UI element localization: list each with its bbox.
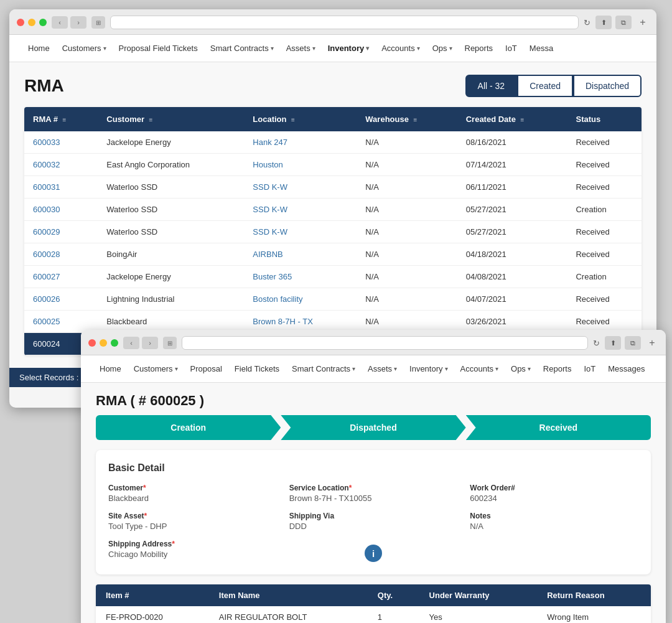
table-cell[interactable]: SSD K-W bbox=[244, 176, 357, 199]
table-cell[interactable]: 600026 bbox=[24, 288, 98, 311]
nav2-messages[interactable]: Messages bbox=[602, 362, 651, 376]
table-row[interactable]: 600030Waterloo SSDSSD K-WN/A05/27/2021Cr… bbox=[24, 199, 642, 221]
col-rma-num[interactable]: RMA # ≡ bbox=[24, 107, 98, 131]
nav-inventory[interactable]: Inventory ▾ bbox=[322, 41, 376, 55]
share-button[interactable]: ⬆ bbox=[595, 16, 612, 29]
nav-accounts[interactable]: Accounts ▾ bbox=[375, 41, 426, 55]
table-row[interactable]: 600032East Anglo CorporationHoustonN/A07… bbox=[24, 154, 642, 176]
table-row[interactable]: 600033Jackelope EnergyHank 247N/A08/16/2… bbox=[24, 131, 642, 154]
nav-messages[interactable]: Messa bbox=[523, 41, 559, 55]
new-tab-button[interactable]: + bbox=[637, 16, 649, 29]
copy-button[interactable]: ⧉ bbox=[615, 16, 632, 29]
refresh-button[interactable]: ↻ bbox=[584, 18, 590, 27]
traffic-lights-1 bbox=[17, 19, 47, 26]
nav2-iot[interactable]: IoT bbox=[577, 362, 602, 376]
field-shipping-address: Shipping Address* Chicago Mobility bbox=[108, 540, 277, 562]
filter-created-button[interactable]: Created bbox=[517, 75, 573, 97]
forward-button-2[interactable]: › bbox=[142, 337, 158, 349]
address-bar-2[interactable] bbox=[182, 336, 588, 350]
back-button[interactable]: ‹ bbox=[52, 16, 68, 29]
nav2-home[interactable]: Home bbox=[93, 362, 128, 376]
pipeline-dispatched[interactable]: Dispatched bbox=[281, 415, 465, 440]
forward-button[interactable]: › bbox=[70, 16, 86, 29]
nav2-ops[interactable]: Ops ▾ bbox=[505, 362, 537, 376]
app-navigation-1: Home Customers ▾ Proposal Field Tickets … bbox=[9, 35, 656, 62]
pipeline-creation[interactable]: Creation bbox=[96, 415, 281, 440]
table-cell[interactable]: Buster 365 bbox=[244, 266, 357, 288]
new-tab-button-2[interactable]: + bbox=[646, 337, 658, 349]
field-shipping-via-value: DDD bbox=[289, 522, 307, 531]
minimize-icon[interactable] bbox=[28, 19, 35, 26]
address-bar[interactable] bbox=[110, 16, 579, 29]
table-cell[interactable]: 600033 bbox=[24, 131, 98, 154]
close-icon-2[interactable] bbox=[88, 339, 96, 347]
table-cell[interactable]: Boston facility bbox=[244, 288, 357, 311]
table-cell[interactable]: Houston bbox=[244, 154, 357, 176]
nav2-customers[interactable]: Customers ▾ bbox=[128, 362, 184, 376]
sidebar-toggle-button[interactable]: ⊞ bbox=[91, 16, 105, 29]
table-cell[interactable]: 600029 bbox=[24, 221, 98, 243]
field-customer-value: Blackbeard bbox=[108, 494, 149, 503]
col-warehouse[interactable]: Warehouse ≡ bbox=[357, 107, 457, 131]
back-button-2[interactable]: ‹ bbox=[123, 337, 139, 349]
share-button-2[interactable]: ⬆ bbox=[605, 336, 621, 350]
nav-reports[interactable]: Reports bbox=[459, 41, 500, 55]
nav-iot[interactable]: IoT bbox=[499, 41, 523, 55]
pipeline-received[interactable]: Received bbox=[466, 415, 651, 440]
table-cell: East Anglo Corporation bbox=[98, 154, 244, 176]
ops-arrow: ▾ bbox=[449, 45, 452, 52]
table-cell[interactable]: Hank 247 bbox=[244, 131, 357, 154]
nav-assets[interactable]: Assets ▾ bbox=[280, 41, 322, 55]
table-cell[interactable]: 600028 bbox=[24, 243, 98, 266]
field-notes-label: Notes bbox=[470, 512, 638, 520]
table-cell: BoingAir bbox=[98, 243, 244, 266]
nav2-field-tickets[interactable]: Field Tickets bbox=[228, 362, 286, 376]
col-location[interactable]: Location ≡ bbox=[244, 107, 357, 131]
col-customer[interactable]: Customer ≡ bbox=[98, 107, 244, 131]
table-cell[interactable]: 600031 bbox=[24, 176, 98, 199]
table-cell[interactable]: 600032 bbox=[24, 154, 98, 176]
maximize-icon[interactable] bbox=[39, 19, 47, 26]
nav-customers[interactable]: Customers ▾ bbox=[56, 41, 113, 55]
table-cell[interactable]: 600027 bbox=[24, 266, 98, 288]
nav-ops[interactable]: Ops ▾ bbox=[426, 41, 459, 55]
filter-dispatched-button[interactable]: Dispatched bbox=[573, 75, 642, 97]
nav-home[interactable]: Home bbox=[22, 41, 56, 55]
copy-button-2[interactable]: ⧉ bbox=[625, 336, 641, 350]
nav2-smart-contracts[interactable]: Smart Contracts ▾ bbox=[286, 362, 362, 376]
filter-buttons: All - 32 Created Dispatched bbox=[465, 75, 642, 97]
minimize-icon-2[interactable] bbox=[100, 339, 107, 347]
nav-proposal[interactable]: Proposal Field Tickets bbox=[113, 41, 204, 55]
table-cell[interactable]: 600030 bbox=[24, 199, 98, 221]
table-cell: Waterloo SSD bbox=[98, 199, 244, 221]
nav-smart-contracts[interactable]: Smart Contracts ▾ bbox=[204, 41, 280, 55]
nav2-accounts[interactable]: Accounts ▾ bbox=[454, 362, 505, 376]
table-row[interactable]: 600031Waterloo SSDSSD K-WN/A06/11/2021Re… bbox=[24, 176, 642, 199]
filter-all-button[interactable]: All - 32 bbox=[465, 75, 518, 97]
nav2-reports[interactable]: Reports bbox=[537, 362, 578, 376]
inventory-arrow: ▾ bbox=[366, 45, 369, 52]
col-created-date[interactable]: Created Date ≡ bbox=[457, 107, 567, 131]
table-row[interactable]: 600028BoingAirAIRBNBN/A04/18/2021Receive… bbox=[24, 243, 642, 266]
rma-table: RMA # ≡ Customer ≡ Location ≡ Warehouse … bbox=[24, 107, 642, 355]
refresh-button-2[interactable]: ↻ bbox=[593, 339, 600, 348]
col-status[interactable]: Status bbox=[567, 107, 642, 131]
col-sort-icon: ≡ bbox=[521, 116, 525, 123]
nav2-accounts-arrow: ▾ bbox=[495, 365, 498, 372]
maximize-icon-2[interactable] bbox=[111, 339, 118, 347]
nav2-assets[interactable]: Assets ▾ bbox=[362, 362, 403, 376]
table-row[interactable]: 600027Jackelope EnergyBuster 365N/A04/08… bbox=[24, 266, 642, 288]
table-row[interactable]: 600026Lightning IndustrialBoston facilit… bbox=[24, 288, 642, 311]
table-cell[interactable]: SSD K-W bbox=[244, 199, 357, 221]
nav2-proposal[interactable]: Proposal bbox=[184, 362, 228, 376]
items-row[interactable]: FE-PROD-0020AIR REGULATOR BOLT1YesWrong … bbox=[96, 606, 651, 623]
table-row[interactable]: 600029Waterloo SSDSSD K-WN/A05/27/2021Re… bbox=[24, 221, 642, 243]
sidebar-toggle-button-2[interactable]: ⊞ bbox=[163, 337, 177, 349]
info-icon[interactable]: i bbox=[365, 545, 382, 562]
close-icon[interactable] bbox=[17, 19, 24, 26]
table-cell[interactable]: SSD K-W bbox=[244, 221, 357, 243]
table-cell: Jackelope Energy bbox=[98, 266, 244, 288]
col-sort-icon: ≡ bbox=[291, 116, 295, 123]
table-cell[interactable]: AIRBNB bbox=[244, 243, 357, 266]
nav2-inventory[interactable]: Inventory ▾ bbox=[403, 362, 454, 376]
